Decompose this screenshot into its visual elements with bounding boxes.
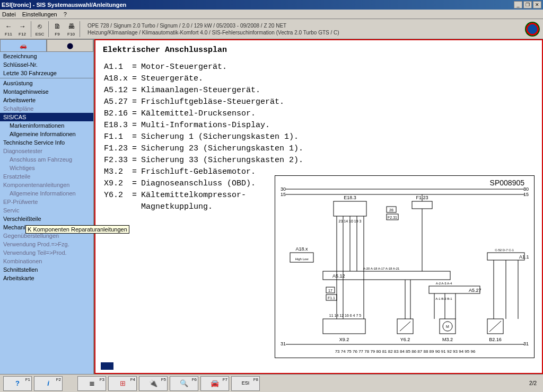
- battery-icon: 🔌: [149, 380, 157, 387]
- sidebar-tab-other[interactable]: ⬤: [47, 39, 93, 52]
- window-title: ESI[tronic] - SIS Systemauswahl/Anleitun…: [2, 2, 514, 8]
- menubar: Datei Einstellungen ?: [0, 10, 543, 19]
- sidebar-letzte30[interactable]: Letzte 30 Fahrzeuge: [0, 69, 93, 77]
- sidebar: 🚗 ⬤ Bezeichnung Schlüssel-Nr. Letzte 30 …: [0, 39, 94, 374]
- esc-button[interactable]: ⎋ESC: [34, 22, 45, 37]
- sidebar-wichtiges[interactable]: Wichtiges: [0, 164, 93, 172]
- component-row: E18.3=Multi-Informations-Display.: [104, 120, 303, 131]
- component-row: F1.23=Sicherung 23 (Sicherungskasten 1).: [104, 144, 303, 154]
- svg-line-54: [489, 321, 501, 332]
- svg-text:M: M: [446, 325, 449, 328]
- sidebar-ersatzteile[interactable]: Ersatzteile: [0, 172, 93, 181]
- svg-rect-10: [412, 201, 432, 209]
- sidebar-verschleiss[interactable]: Verschleißteile: [0, 215, 93, 223]
- forward-button[interactable]: →F12: [17, 22, 28, 37]
- component-row: M3.2=Frischluft-Gebläsemotor.: [104, 167, 303, 177]
- svg-text:17: 17: [328, 289, 332, 292]
- svg-text:F1.1: F1.1: [328, 296, 335, 300]
- f8-button[interactable]: ESIF8: [231, 376, 260, 391]
- svg-text:28: 28: [389, 208, 393, 212]
- sidebar-siscas[interactable]: SIS/CAS: [0, 113, 93, 121]
- sidebar-eppruef[interactable]: EP-Prüfwerte: [0, 198, 93, 206]
- help-button[interactable]: ?F1: [3, 376, 32, 391]
- f6-button[interactable]: 🔍F6: [170, 376, 198, 391]
- menu-einstellungen[interactable]: Einstellungen: [22, 11, 57, 17]
- doc-icon: 🗎: [52, 22, 63, 31]
- svg-text:A-1  B-2  B-1: A-1 B-2 B-1: [435, 297, 452, 300]
- sidebar-arbeitskarte[interactable]: Arbeitskarte: [0, 274, 93, 282]
- svg-text:11   14   12   16     6   4   : 11 14 12 16 6 4 7 5: [329, 314, 361, 317]
- sidebar-verwprod[interactable]: Verwendung Prod.=>Fzg.: [0, 240, 93, 248]
- minimize-button[interactable]: _: [514, 1, 522, 8]
- svg-text:73 74 75 76 77 78 79 80 81 82 : 73 74 75 76 77 78 79 80 81 82 83 84 85 8…: [335, 349, 476, 354]
- sidebar-anschluss[interactable]: Anschluss am Fahrzeug: [0, 155, 93, 164]
- sidebar-verwteil[interactable]: Verwendung Teil=>Prod.: [0, 248, 93, 257]
- list-icon: ≣: [89, 380, 95, 387]
- sidebar-kombinationen[interactable]: Kombinationen: [0, 257, 93, 265]
- esi-icon: ESI: [242, 380, 250, 387]
- component-row: Y6.2=Kältemittelkompressor-: [104, 190, 303, 201]
- menu-datei[interactable]: Datei: [2, 11, 16, 17]
- sidebar-schluessel[interactable]: Schlüssel-Nr.: [0, 60, 93, 69]
- bottombar: ?F1 iF2 ≣F3 ⊞F4 🔌F5 🔍F6 🚘F7 ESIF8 2/2: [0, 374, 543, 392]
- page-number: 2/2: [529, 380, 537, 386]
- menu-help[interactable]: ?: [64, 11, 67, 17]
- sidebar-service[interactable]: Servic: [0, 206, 93, 215]
- svg-rect-7: [334, 201, 366, 216]
- sidebar-schnittstellen[interactable]: Schnittstellen: [0, 265, 93, 274]
- f10-button[interactable]: 🖶F10: [66, 22, 76, 37]
- svg-text:F2.31: F2.31: [388, 216, 397, 219]
- bosch-logo-icon: [525, 22, 540, 37]
- sidebar-markeninfo[interactable]: Markeninformationen: [0, 121, 93, 130]
- sidebar-bezeichnung[interactable]: Bezeichnung: [0, 52, 93, 60]
- f4-button[interactable]: ⊞F4: [108, 376, 137, 391]
- titlebar: ESI[tronic] - SIS Systemauswahl/Anleitun…: [0, 0, 543, 10]
- svg-text:X9.2: X9.2: [339, 337, 349, 342]
- component-row: A1.1=Motor-Steuergerät.: [104, 62, 303, 73]
- f5-button[interactable]: 🔌F5: [139, 376, 168, 391]
- sidebar-schaltplaene[interactable]: Schaltpläne: [0, 104, 93, 113]
- restore-button[interactable]: ❐: [523, 1, 532, 8]
- pager-indicator[interactable]: [101, 362, 113, 370]
- breadcrumb: OPE 728 / Signum 2.0 Turbo / Signum / 2.…: [87, 22, 521, 36]
- svg-text:M3.2: M3.2: [442, 337, 453, 342]
- svg-text:A-2  A-3  A-4: A-2 A-3 A-4: [436, 282, 452, 285]
- sidebar-allginfo[interactable]: Allgemeine Informationen: [0, 130, 93, 138]
- svg-line-47: [400, 322, 410, 331]
- svg-text:High Low: High Low: [295, 257, 309, 261]
- svg-text:31: 31: [523, 341, 529, 346]
- sidebar-arbeitswerte[interactable]: Arbeitswerte: [0, 96, 93, 104]
- info-button[interactable]: iF2: [34, 376, 63, 391]
- component-row: F2.33=Sicherung 33 (Sicherungskasten 2).: [104, 155, 303, 166]
- component-row: F1.1=Sicherung 1 (Sicherungskasten 1).: [104, 132, 303, 142]
- component-row: A18.x=Steuergeräte.: [104, 74, 303, 84]
- svg-text:B2.16: B2.16: [489, 337, 502, 342]
- sidebar-diagtester[interactable]: Diagnosetester: [0, 147, 93, 155]
- schematic-diagram: SP008905 30 15 30 15 E18.3 23 14 10 19 3…: [275, 175, 535, 358]
- car-icon: 🚗: [20, 42, 27, 49]
- sidebar-allginfo2[interactable]: Allgemeine Informationen: [0, 189, 93, 198]
- sidebar-techservice[interactable]: Technische Service Info: [0, 138, 93, 147]
- arrow-left-icon: ←: [3, 22, 14, 31]
- back-button[interactable]: ←F11: [3, 22, 14, 37]
- svg-rect-44: [323, 319, 365, 334]
- sidebar-kompanleitungen[interactable]: Komponentenanleitungen: [0, 181, 93, 189]
- sidebar-montagehinweise[interactable]: Montagehinweise: [0, 87, 93, 96]
- svg-text:SP008905: SP008905: [490, 179, 525, 187]
- component-row: X9.2=Diagnoseanschluss (OBD).: [104, 179, 303, 189]
- component-row: A5.27=Frischluftgebläse-Steuergerät.: [104, 97, 303, 108]
- component-row: Magnetkupplung.: [104, 202, 303, 212]
- svg-text:15: 15: [281, 192, 286, 197]
- sidebar-tab-vehicle[interactable]: 🚗: [0, 39, 47, 52]
- svg-text:A-20 A-18 A-17 A-18 A-21: A-20 A-18 A-17 A-18 A-21: [363, 267, 400, 270]
- sidebar-ausruestung[interactable]: Ausrüstung: [0, 79, 93, 87]
- svg-text:31: 31: [281, 341, 286, 346]
- svg-text:Y6.2: Y6.2: [400, 337, 410, 342]
- svg-text:A1.1: A1.1: [519, 254, 529, 260]
- f7-button[interactable]: 🚘F7: [200, 376, 229, 391]
- close-button[interactable]: ✕: [533, 1, 541, 8]
- print-icon: 🖶: [66, 22, 76, 31]
- f9-button[interactable]: 🗎F9: [52, 22, 63, 37]
- f3-button[interactable]: ≣F3: [77, 376, 106, 391]
- search-icon: 🔍: [180, 380, 188, 387]
